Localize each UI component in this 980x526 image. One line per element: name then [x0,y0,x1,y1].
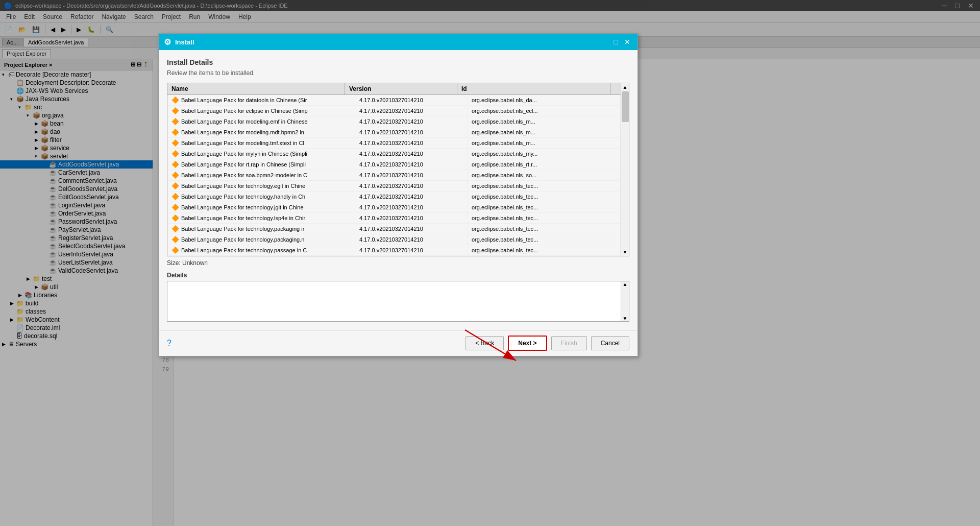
package-icon: 🔶 [172,247,179,254]
table-row: 🔶Babel Language Pack for modeling.mdt.bp… [167,127,621,138]
cell-name: 🔶Babel Language Pack for mylyn in Chines… [167,149,355,159]
cell-name: 🔶Babel Language Pack for technology.egit… [167,181,355,191]
table-row: 🔶Babel Language Pack for technology.pack… [167,224,621,234]
cell-id: org.eclipse.babel.nls_da... [468,95,621,105]
table-row: 🔶Babel Language Pack for mylyn in Chines… [167,149,621,159]
package-icon: 🔶 [172,118,179,125]
cell-version: 4.17.0.v20210327014210 [355,138,468,148]
cell-version: 4.17.0.v20210327014210 [355,202,468,212]
cell-id: org.eclipse.babel.nls_rt.r... [468,159,621,170]
details-content [167,281,621,321]
package-icon: 🔶 [172,150,179,157]
cell-version: 4.17.0.v20210327014210 [355,106,468,116]
package-icon: 🔶 [172,129,179,136]
cell-name: 🔶Babel Language Pack for modeling.mdt.bp… [167,127,355,137]
table-row: 🔶Babel Language Pack for rt.rap in Chine… [167,159,621,170]
details-label: Details [167,272,629,279]
dialog-maximize-button[interactable]: □ [612,38,620,46]
dialog-close-button[interactable]: ✕ [622,38,632,46]
help-icon[interactable]: ? [167,339,172,348]
package-icon: 🔶 [172,97,179,104]
install-dialog: ⚙ Install □ ✕ Install Details Review the… [158,33,638,356]
table-row: 🔶Babel Language Pack for modeling.emf in… [167,116,621,127]
dialog-title-controls: □ ✕ [612,38,632,46]
details-scrollbar[interactable]: ▲ ▼ [621,281,629,321]
dialog-section-title: Install Details [167,58,629,66]
dialog-body: Install Details Review the items to be i… [159,50,638,330]
cell-id: org.eclipse.babel.nls_tec... [468,224,621,234]
package-icon: 🔶 [172,139,179,147]
package-icon: 🔶 [172,236,179,243]
table-row: 🔶Babel Language Pack for technology.egit… [167,181,621,192]
cell-name: 🔶Babel Language Pack for datatools in Ch… [167,95,355,105]
header-id: Id [457,83,610,94]
back-button[interactable]: < Back [465,336,504,350]
details-box-wrapper: ▲ ▼ [167,281,629,322]
cell-name: 🔶Babel Language Pack for technology.jgit… [167,202,355,212]
cell-name: 🔶Babel Language Pack for modeling.emf in… [167,116,355,127]
next-button[interactable]: Next > [508,336,547,351]
package-icon: 🔶 [172,225,179,232]
table-row: 🔶Babel Language Pack for technology.pack… [167,234,621,245]
cell-version: 4.17.0.v20210327014210 [355,95,468,105]
details-section: Details ▲ ▼ [167,272,629,322]
cell-id: org.eclipse.babel.nls_tec... [468,181,621,191]
install-table-body[interactable]: 🔶Babel Language Pack for datatools in Ch… [167,95,621,256]
header-version: Version [345,83,457,94]
install-icon: ⚙ [164,37,171,47]
cell-version: 4.17.0.v20210327014210 [355,159,468,170]
package-icon: 🔶 [172,107,179,114]
table-row: 🔶Babel Language Pack for technology.jgit… [167,202,621,213]
details-scroll-up[interactable]: ▲ [621,281,629,287]
cell-version: 4.17.0.v20210327014210 [355,213,468,223]
cell-name: 🔶Babel Language Pack for technology.hand… [167,192,355,202]
header-name: Name [167,83,345,94]
table-row: 🔶Babel Language Pack for technology.hand… [167,192,621,202]
cell-version: 4.17.0.v20210327014210 [355,116,468,127]
cell-version: 4.17.0.v20210327014210 [355,224,468,234]
cell-version: 4.17.0.v20210327014210 [355,127,468,137]
scroll-down-button[interactable]: ▼ [621,248,629,256]
finish-button[interactable]: Finish [551,336,587,350]
cell-id: org.eclipse.babel.nls_m... [468,138,621,148]
scroll-up-button[interactable]: ▲ [621,83,629,91]
table-row: 🔶Babel Language Pack for datatools in Ch… [167,95,621,106]
cell-id: org.eclipse.babel.nls_tec... [468,234,621,245]
cell-version: 4.17.0.v20210327014210 [355,245,468,255]
cell-name: 🔶Babel Language Pack for rt.rap in Chine… [167,159,355,170]
scrollbar-thumb[interactable] [622,91,629,122]
modal-overlay: ⚙ Install □ ✕ Install Details Review the… [0,0,980,526]
cancel-button[interactable]: Cancel [591,336,629,350]
package-icon: 🔶 [172,204,179,211]
scrollbar-track[interactable]: ▲ ▼ [621,83,629,256]
cell-name: 🔶Babel Language Pack for modeling.tmf.xt… [167,138,355,148]
cell-name: 🔶Babel Language Pack for technology.lsp4… [167,213,355,223]
cell-version: 4.17.0.v20210327014210 [355,170,468,180]
cell-id: org.eclipse.babel.nls_so... [468,170,621,180]
table-row: 🔶Babel Language Pack for soa.bpmn2-model… [167,170,621,181]
dialog-title: Install [175,38,194,46]
cell-version: 4.17.0.v20210327014210 [355,181,468,191]
cell-name: 🔶Babel Language Pack for technology.pack… [167,234,355,245]
package-icon: 🔶 [172,193,179,200]
package-icon: 🔶 [172,214,179,222]
cell-version: 4.17.0.v20210327014210 [355,192,468,202]
package-icon: 🔶 [172,172,179,179]
dialog-subtitle: Review the items to be installed. [167,69,629,77]
cell-id: org.eclipse.babel.nls_tec... [468,202,621,212]
details-scroll-down[interactable]: ▼ [621,316,629,321]
cell-id: org.eclipse.babel.nls_m... [468,127,621,137]
cell-id: org.eclipse.babel.nls_tec... [468,213,621,223]
install-table-header: Name Version Id [167,83,621,95]
package-icon: 🔶 [172,161,179,168]
cell-id: org.eclipse.babel.nls_ecl... [468,106,621,116]
install-table-inner: Name Version Id 🔶Babel Language Pack for… [167,83,621,256]
cell-id: org.eclipse.babel.nls_tec... [468,245,621,255]
cell-version: 4.17.0.v20210327014210 [355,149,468,159]
size-label: Size: Unknown [167,259,208,267]
package-icon: 🔶 [172,182,179,189]
cell-id: org.eclipse.babel.nls_tec... [468,192,621,202]
cell-name: 🔶Babel Language Pack for eclipse in Chin… [167,106,355,116]
table-row: 🔶Babel Language Pack for technology.pass… [167,245,621,256]
table-row: 🔶Babel Language Pack for eclipse in Chin… [167,106,621,116]
